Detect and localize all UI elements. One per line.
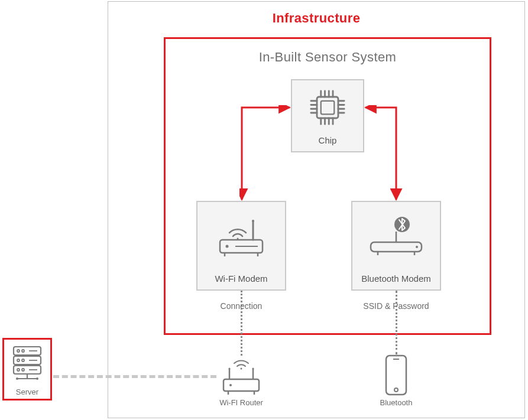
wifi-modem-icon [197,202,285,274]
svg-point-37 [229,368,231,370]
diagram-canvas: Infrastructure In-Built Sensor System Ch… [0,0,528,420]
bluetooth-modem-node: Bluetooth Modem [351,201,441,291]
svg-rect-26 [371,242,422,252]
svg-point-59 [36,377,38,380]
wifi-modem-label: Wi-Fi Modem [211,274,271,285]
svg-point-51 [22,359,24,362]
svg-point-40 [241,368,242,370]
server-node: Server [2,338,52,401]
dashed-link-server-router [53,375,216,378]
svg-point-42 [394,388,398,392]
svg-point-21 [226,245,229,248]
svg-rect-1 [321,101,335,115]
svg-point-48 [22,350,24,352]
bluetooth-device-label: Bluetooth [367,398,426,407]
svg-point-25 [237,238,239,240]
wifi-router-icon [216,356,266,397]
sensor-system-title: In-Built Sensor System [164,50,491,65]
server-icon [4,340,50,388]
svg-rect-41 [386,356,406,395]
bluetooth-device-icon [378,353,414,399]
svg-point-38 [252,368,254,370]
svg-point-53 [17,369,20,371]
wifi-modem-node: Wi-Fi Modem [196,201,286,291]
svg-point-29 [416,246,418,248]
chip-node: Chip [291,79,364,152]
bluetooth-modem-icon [352,202,440,274]
wifi-router-label: Wi-FI Router [212,398,271,407]
svg-point-39 [229,384,232,386]
chip-label: Chip [315,135,341,146]
svg-point-54 [22,369,24,371]
bluetooth-modem-label: Bluetooth Modem [358,274,435,285]
diagram-title: Infrastructure [108,11,525,26]
dotted-link-bt-phone [396,291,397,354]
svg-point-24 [252,220,254,222]
svg-rect-32 [223,379,259,391]
svg-point-58 [16,377,18,380]
svg-point-50 [17,359,20,362]
server-label: Server [16,388,38,396]
svg-rect-0 [317,97,338,118]
dotted-link-wifi-router [241,291,242,356]
svg-point-47 [17,350,20,352]
chip-icon [292,80,363,135]
